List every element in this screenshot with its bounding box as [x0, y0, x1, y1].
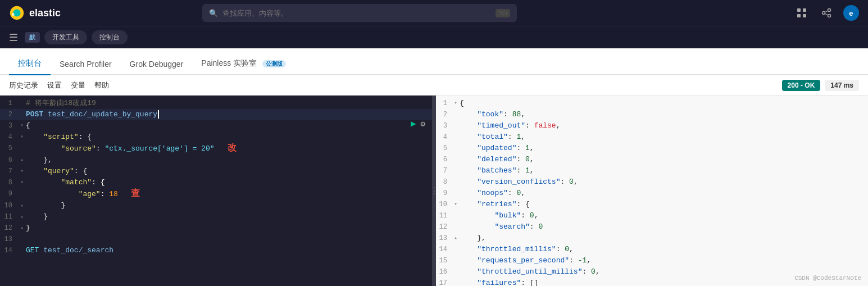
status-bar: 200 - OK 147 ms [782, 80, 859, 91]
settings-button[interactable]: 设置 [47, 78, 62, 93]
code-line-7: 7 ▾ "query": { [0, 166, 432, 177]
code-line-12: 12 ▴ } [0, 223, 432, 234]
svg-point-7 [828, 9, 830, 12]
history-button[interactable]: 历史记录 [9, 78, 38, 93]
status-code-badge: 200 - OK [782, 80, 821, 91]
tab-search-profiler[interactable]: Search Profiler [51, 54, 121, 75]
run-button[interactable]: ▶ [411, 118, 416, 129]
left-code-panel[interactable]: 1 # 将年龄由18改成19 2 POST test_doc/_update_b… [0, 96, 433, 286]
code-line-6: 6 ▴ }, [0, 155, 432, 166]
left-code-lines: 1 # 将年龄由18改成19 2 POST test_doc/_update_b… [0, 96, 432, 258]
code-line-3: 3 ▾ { [0, 120, 432, 131]
r-code-line-5: 5 "updated": 1, [436, 143, 868, 154]
console-nav-button[interactable]: 控制台 [92, 30, 128, 44]
share-icon-button[interactable] [819, 5, 834, 21]
global-search-bar[interactable]: 🔍 ⌥/ [202, 4, 517, 22]
r-code-line-13: 13 ▴ }, [436, 233, 868, 244]
sub-toolbar: 历史记录 设置 变量 帮助 200 - OK 147 ms [0, 75, 868, 96]
svg-point-9 [828, 15, 830, 17]
r-code-line-6: 6 "deleted": 0, [436, 154, 868, 165]
share-icon [821, 8, 831, 18]
elastic-logo[interactable]: e elastic [9, 5, 61, 21]
tab-grok-debugger[interactable]: Grok Debugger [121, 54, 193, 75]
app-name: elastic [29, 7, 61, 19]
hamburger-button[interactable]: ☰ [7, 29, 20, 46]
default-badge: 默 [25, 32, 40, 43]
search-shortcut-badge: ⌥/ [496, 9, 510, 17]
code-line-11: 11 ▴ } [0, 211, 432, 223]
watermark-text: CSDN @CodeStarNote [794, 275, 861, 282]
dev-tools-button[interactable]: 开发工具 [44, 30, 87, 44]
code-line-5: 5 "source": "ctx._source['age'] = 20" 改 [0, 143, 432, 155]
search-icon: 🔍 [209, 9, 218, 17]
r-code-line-3: 3 "timed_out": false, [436, 120, 868, 131]
grid-icon-button[interactable] [794, 5, 810, 21]
svg-rect-4 [803, 8, 806, 12]
right-code-lines: 1 ▾ { 2 "took": 88, 3 "timed_out": false… [436, 96, 868, 286]
svg-rect-3 [797, 8, 801, 12]
right-code-panel[interactable]: 1 ▾ { 2 "took": 88, 3 "timed_out": false… [436, 96, 868, 286]
second-navigation: ☰ 默 开发工具 控制台 [0, 26, 868, 48]
code-line-14: 14 GET test_doc/_search [0, 245, 432, 256]
r-code-line-12: 12 "search": 0 [436, 221, 868, 233]
r-code-line-4: 4 "total": 1, [436, 131, 868, 143]
svg-rect-6 [803, 14, 806, 17]
tab-painless[interactable]: Painless 实验室 公测版 [192, 53, 295, 75]
panel-action-buttons: ▶ ⚙ [411, 118, 425, 129]
search-input[interactable] [222, 9, 491, 17]
r-code-line-9: 9 "noops": 0, [436, 188, 868, 199]
r-code-line-1: 1 ▾ { [436, 98, 868, 109]
r-code-line-7: 7 "batches": 1, [436, 165, 868, 176]
r-code-line-14: 14 "throttled_millis": 0, [436, 244, 868, 255]
code-line-13: 13 [0, 234, 432, 245]
code-line-10: 10 ▴ } [0, 200, 432, 211]
grid-icon [797, 8, 807, 18]
r-code-line-11: 11 "bulk": 0, [436, 210, 868, 221]
top-navigation: e elastic 🔍 ⌥/ e [0, 0, 868, 26]
code-line-4: 4 ▾ "script": { [0, 131, 432, 143]
r-code-line-8: 8 "version_conflicts": 0, [436, 176, 868, 188]
svg-line-11 [825, 13, 828, 15]
main-editor-area: 1 # 将年龄由18改成19 2 POST test_doc/_update_b… [0, 96, 868, 286]
tab-console[interactable]: 控制台 [9, 53, 51, 75]
svg-rect-5 [797, 14, 801, 17]
status-time-badge: 147 ms [825, 80, 859, 91]
tab-bar: 控制台 Search Profiler Grok Debugger Painle… [0, 48, 868, 75]
svg-text:e: e [12, 11, 15, 17]
nav-icon-group: e [794, 5, 859, 21]
r-code-line-15: 15 "requests_per_second": -1, [436, 255, 868, 266]
svg-line-10 [825, 11, 828, 12]
elastic-logo-icon: e [9, 5, 25, 21]
variables-button[interactable]: 变量 [71, 78, 85, 93]
beta-badge: 公测版 [262, 60, 286, 67]
r-code-line-2: 2 "took": 88, [436, 109, 868, 120]
code-line-2: 2 POST test_doc/_update_by_query [0, 109, 432, 120]
code-line-1: 1 # 将年龄由18改成19 [0, 98, 432, 109]
help-button[interactable]: 帮助 [94, 78, 109, 93]
user-avatar[interactable]: e [843, 5, 859, 21]
settings-icon[interactable]: ⚙ [421, 119, 425, 129]
code-line-8: 8 ▾ "match": { [0, 177, 432, 188]
code-line-9: 9 "age": 18 查 [0, 188, 432, 200]
svg-point-8 [822, 12, 825, 15]
r-code-line-10: 10 ▾ "retries": { [436, 199, 868, 210]
